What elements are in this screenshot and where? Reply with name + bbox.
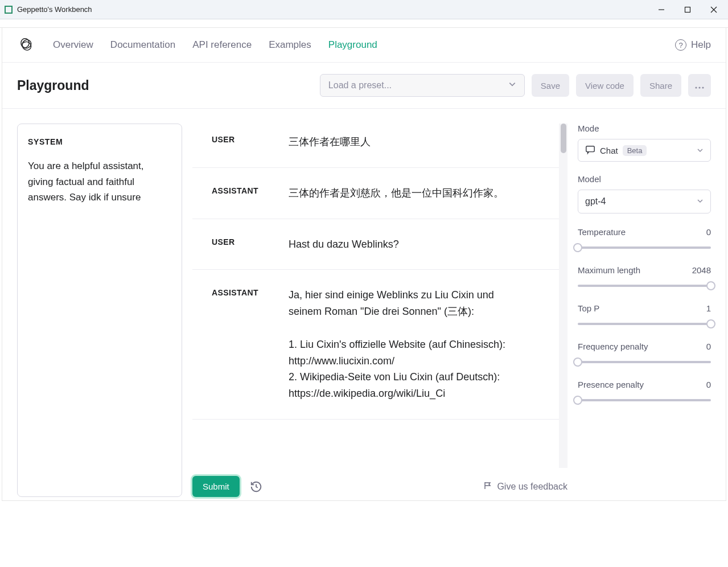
param-value: 0: [706, 342, 711, 351]
ellipsis-icon: [695, 81, 704, 91]
help-icon: ?: [675, 39, 686, 51]
close-button[interactable]: [701, 1, 727, 19]
param-top-p: Top P 1: [578, 303, 711, 329]
svg-rect-1: [685, 7, 690, 12]
sidebar: Mode Chat Beta Model gpt-4: [578, 124, 711, 497]
message-content[interactable]: Ja, hier sind einige Weblinks zu Liu Cix…: [289, 287, 556, 402]
param-label: Presence penalty: [578, 380, 644, 389]
param-presence-penalty: Presence penalty 0: [578, 380, 711, 405]
model-label: Model: [578, 174, 711, 184]
window-titlebar: Geppetto's Workbench: [0, 0, 728, 19]
nav-link-overview[interactable]: Overview: [53, 39, 93, 51]
presence-penalty-slider[interactable]: [578, 395, 711, 405]
max-length-slider[interactable]: [578, 281, 711, 291]
page-title: Playground: [17, 78, 89, 93]
openai-logo-icon: [17, 37, 33, 53]
nav-link-examples[interactable]: Examples: [269, 39, 311, 51]
param-label: Top P: [578, 303, 599, 313]
mode-label: Mode: [578, 124, 711, 133]
chat-panel: USER三体作者在哪里人ASSISTANT三体的作者是刘慈欣，他是一位中国科幻作…: [192, 124, 567, 497]
mode-select[interactable]: Chat Beta: [578, 139, 711, 162]
help-label: Help: [691, 39, 711, 51]
help-link[interactable]: ? Help: [675, 39, 711, 51]
param-label: Maximum length: [578, 265, 640, 275]
window-title: Geppetto's Workbench: [17, 5, 92, 14]
scrollbar[interactable]: ▴: [559, 124, 567, 468]
nav-link-playground[interactable]: Playground: [328, 39, 377, 51]
message-content[interactable]: 三体作者在哪里人: [289, 134, 556, 150]
chevron-down-icon: [697, 146, 704, 155]
message-content[interactable]: Hast du dazu Weblinks?: [289, 236, 556, 253]
svg-rect-7: [586, 146, 594, 151]
feedback-link[interactable]: Give us feedback: [483, 481, 567, 492]
mode-value: Chat: [600, 146, 618, 155]
param-frequency-penalty: Frequency penalty 0: [578, 342, 711, 367]
model-value: gpt-4: [585, 196, 606, 207]
top-p-slider[interactable]: [578, 319, 711, 329]
page-header: Playground Load a preset... Save View co…: [2, 63, 726, 109]
flag-icon: [483, 481, 492, 492]
history-icon[interactable]: [250, 480, 262, 493]
app-icon: [5, 6, 13, 14]
message-role: ASSISTANT: [212, 287, 266, 402]
chevron-down-icon: [697, 196, 704, 207]
beta-badge: Beta: [623, 145, 647, 156]
chat-message[interactable]: USERHast du dazu Weblinks?: [192, 219, 567, 270]
scroll-thumb[interactable]: [561, 124, 566, 153]
svg-point-4: [695, 87, 697, 88]
submit-button[interactable]: Submit: [192, 476, 240, 497]
svg-point-5: [698, 87, 700, 88]
nav-link-api-reference[interactable]: API reference: [192, 39, 252, 51]
param-value: 0: [706, 227, 711, 237]
svg-point-6: [702, 87, 704, 88]
message-role: USER: [212, 134, 266, 150]
system-label: SYSTEM: [28, 135, 171, 148]
chat-message[interactable]: USER三体作者在哪里人: [192, 124, 567, 168]
param-label: Temperature: [578, 227, 626, 237]
chat-message[interactable]: ASSISTANTJa, hier sind einige Weblinks z…: [192, 270, 567, 420]
minimize-button[interactable]: [648, 1, 674, 19]
top-nav: OverviewDocumentationAPI referenceExampl…: [2, 28, 726, 63]
system-card[interactable]: SYSTEM You are a helpful assistant, givi…: [17, 124, 182, 497]
param-max-length: Maximum length 2048: [578, 265, 711, 291]
param-value: 0: [706, 380, 711, 389]
chevron-down-icon: [508, 80, 516, 91]
frequency-penalty-slider[interactable]: [578, 357, 711, 367]
param-value: 2048: [692, 265, 711, 275]
feedback-label: Give us feedback: [497, 482, 567, 492]
maximize-button[interactable]: [674, 1, 701, 19]
system-content[interactable]: You are a helpful assistant, giving fact…: [28, 158, 171, 205]
message-role: USER: [212, 236, 266, 253]
chat-icon: [585, 145, 595, 157]
param-value: 1: [706, 303, 711, 313]
param-label: Frequency penalty: [578, 342, 648, 351]
preset-select[interactable]: Load a preset...: [320, 74, 525, 97]
chat-message[interactable]: ASSISTANT三体的作者是刘慈欣，他是一位中国科幻作家。: [192, 168, 567, 219]
model-select[interactable]: gpt-4: [578, 190, 711, 213]
param-temperature: Temperature 0: [578, 227, 711, 253]
more-button[interactable]: [688, 74, 711, 97]
message-content[interactable]: 三体的作者是刘慈欣，他是一位中国科幻作家。: [289, 185, 556, 202]
nav-link-documentation[interactable]: Documentation: [110, 39, 175, 51]
save-button[interactable]: Save: [532, 74, 569, 97]
preset-placeholder: Load a preset...: [328, 80, 392, 91]
view-code-button[interactable]: View code: [576, 74, 634, 97]
temperature-slider[interactable]: [578, 243, 711, 253]
share-button[interactable]: Share: [640, 74, 681, 97]
message-role: ASSISTANT: [212, 185, 266, 202]
